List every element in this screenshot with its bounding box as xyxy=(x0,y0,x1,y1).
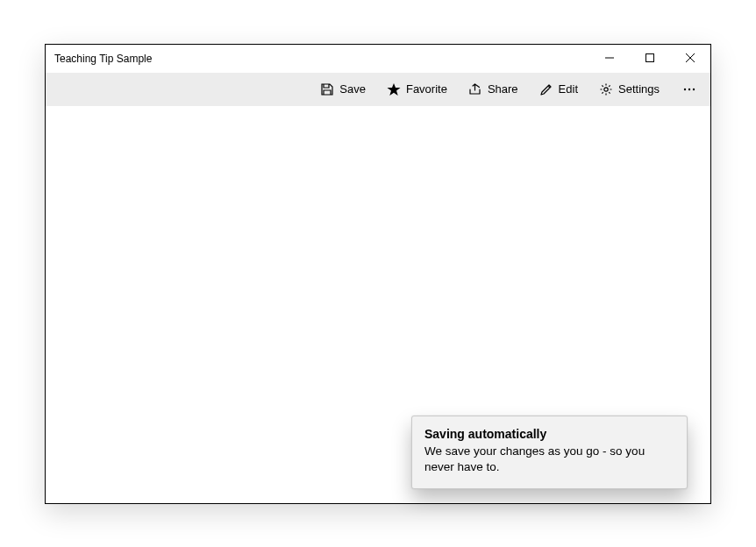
settings-button[interactable]: Settings xyxy=(592,79,667,100)
favorite-label: Favorite xyxy=(406,82,447,96)
maximize-button[interactable] xyxy=(630,45,670,73)
svg-point-4 xyxy=(604,87,608,90)
favorite-button[interactable]: Favorite xyxy=(380,79,454,100)
save-button[interactable]: Save xyxy=(313,79,373,100)
window-title: Teaching Tip Sample xyxy=(54,53,152,65)
minimize-button[interactable] xyxy=(589,45,630,73)
minimize-icon xyxy=(605,53,614,65)
share-icon xyxy=(468,82,482,96)
close-icon xyxy=(686,53,695,65)
gear-icon xyxy=(599,82,613,96)
share-label: Share xyxy=(488,82,518,96)
save-label: Save xyxy=(339,82,366,96)
star-icon xyxy=(387,82,401,96)
more-icon xyxy=(682,82,696,96)
save-icon xyxy=(320,82,334,96)
svg-point-6 xyxy=(688,88,690,89)
maximize-icon xyxy=(645,53,654,65)
teaching-tip: Saving automatically We save your change… xyxy=(411,416,688,488)
window-controls xyxy=(589,45,710,73)
content-area: Saving automatically We save your change… xyxy=(46,106,710,503)
teaching-tip-body: We save your changes as you go - so you … xyxy=(424,444,674,475)
teaching-tip-title: Saving automatically xyxy=(424,427,674,441)
svg-point-7 xyxy=(693,88,695,89)
app-window: Teaching Tip Sample xyxy=(45,44,711,504)
close-button[interactable] xyxy=(670,45,710,73)
edit-label: Edit xyxy=(559,82,578,96)
settings-label: Settings xyxy=(618,82,660,96)
svg-rect-1 xyxy=(646,53,654,61)
title-bar: Teaching Tip Sample xyxy=(46,45,710,73)
edit-button[interactable]: Edit xyxy=(532,79,585,100)
more-button[interactable] xyxy=(674,79,705,100)
svg-point-5 xyxy=(684,88,686,89)
pencil-icon xyxy=(539,82,553,96)
command-bar: Save Favorite Share Edit Settings xyxy=(46,73,710,106)
share-button[interactable]: Share xyxy=(461,79,525,100)
